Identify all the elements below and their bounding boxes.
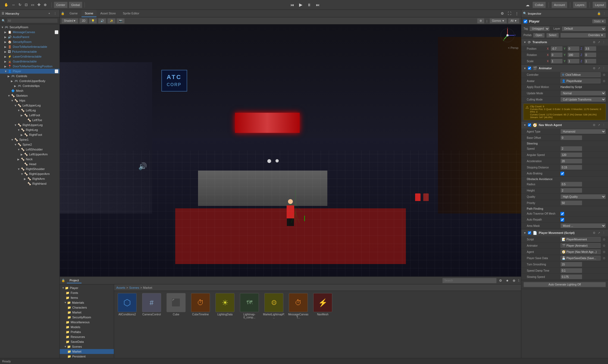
hierarchy-item-lasergrid[interactable]: ▶ ⚡ LaserGridInteractable	[0, 54, 59, 59]
playermovement-enabled-checkbox[interactable]	[528, 231, 531, 234]
hierarchy-item-guard[interactable]: ▶ 💂 GuardInteractable	[0, 59, 59, 64]
position-x-input[interactable]	[551, 46, 563, 51]
gizmos-btn[interactable]: Gizmos ▼	[490, 18, 507, 24]
agent-target-btn[interactable]: ⊙	[602, 250, 606, 254]
pause-btn[interactable]: ⏸	[306, 2, 312, 8]
asset-item-messagecanvas[interactable]: ⏱ MessageCanvasT...	[287, 293, 309, 356]
hierarchy-item-righthand[interactable]: 🦴 RightHand	[0, 181, 59, 186]
animator-ref[interactable]: 🎬 Player (Animator)	[560, 243, 601, 248]
comp-settings-btn[interactable]: ⚙	[592, 123, 596, 127]
folder-item-characters[interactable]: 📁 Characters	[60, 305, 114, 310]
area-mask-dropdown[interactable]: Mixed ...	[560, 223, 606, 228]
controller-ref[interactable]: ⚙ ClickToMove	[560, 72, 601, 77]
scene-canvas[interactable]: ATCCORP 🔊	[60, 24, 521, 277]
hierarchy-item-picture[interactable]: ▶ 🖼 PictureInteractable	[0, 49, 59, 54]
hierarchy-item-rightfoot[interactable]: ▶ 🦴 RightFoot	[0, 132, 59, 137]
hierarchy-item-rightshoulder[interactable]: ▼ 🦴 RightShoulder	[0, 167, 59, 171]
all-layers-btn[interactable]: All ▼	[508, 18, 519, 24]
comp-menu-btn[interactable]: ⋮	[602, 67, 606, 70]
folder-item-persistent[interactable]: 📁 Persistent	[60, 354, 114, 358]
collab-btn[interactable]: Collab	[532, 2, 546, 8]
folder-item-resources[interactable]: 📁 Resources	[60, 334, 114, 339]
tab-sprite-editor[interactable]: Sprite Editor	[120, 10, 143, 17]
asset-item-lightmap[interactable]: 🗺 Lightmap-0_comp...	[239, 293, 260, 356]
rotate-tool-btn[interactable]: ↻	[17, 2, 23, 8]
animator-enabled-checkbox[interactable]	[528, 67, 531, 70]
update-mode-dropdown[interactable]: Normal	[560, 91, 606, 96]
hierarchy-item-securityroom[interactable]: ▶ 🏠 SecurityRoom	[0, 39, 59, 44]
folder-item-market-scene[interactable]: 📁 Market	[60, 349, 114, 354]
tab-asset-store[interactable]: Asset Store	[97, 10, 119, 17]
folder-item-materials[interactable]: ▼ 📁 Materials	[60, 300, 114, 305]
folder-item-models[interactable]: 📁 Models	[60, 325, 114, 330]
rotation-x-input[interactable]	[551, 52, 563, 57]
hierarchy-item-controlships[interactable]: ▶ 🎮 ControlsHips	[0, 83, 59, 88]
hand-tool-btn[interactable]: ✋	[3, 2, 10, 8]
agent-type-dropdown[interactable]: Humanoid	[560, 129, 606, 134]
asset-item-cubetimeline[interactable]: ⏱ CubeTimeline	[190, 293, 211, 356]
space-btn[interactable]: Global	[69, 2, 82, 8]
breadcrumb-scenes[interactable]: Scenes	[129, 286, 139, 289]
rect-tool-btn[interactable]: ▭	[30, 2, 36, 8]
scene-maximize-btn[interactable]: ⛶	[506, 10, 513, 17]
hierarchy-item-securityroom-root[interactable]: ▼ 🎮 SecurityRoom	[0, 25, 59, 30]
folder-item-items[interactable]: 📁 Items	[60, 295, 114, 300]
folder-item-savedata[interactable]: 📁 SaveData	[60, 339, 114, 344]
hierarchy-search-input[interactable]	[7, 18, 58, 23]
breadcrumb-market[interactable]: Market	[143, 286, 152, 289]
item-menu-btn[interactable]: ⋮	[55, 30, 58, 34]
tab-project[interactable]: Project	[67, 278, 82, 283]
comp-ref-btn[interactable]: ↗	[597, 40, 601, 44]
animator-header[interactable]: ▼ 🎬 Animator ⚙ ↗ ⋮	[521, 65, 608, 72]
inspector-lock-btn[interactable]: 🔒	[597, 12, 601, 15]
asset-item-lightingdata[interactable]: ☀ LightingData	[214, 293, 236, 356]
comp-menu-btn[interactable]: ⋮	[602, 231, 606, 235]
folder-item-market[interactable]: 📁 Market	[60, 310, 114, 315]
angular-speed-input[interactable]	[560, 152, 582, 157]
hierarchy-item-leftupperleg[interactable]: ▼ 🦴 LeftUpperLeg	[0, 103, 59, 108]
tab-game[interactable]: Game	[66, 10, 81, 17]
animator-target-btn[interactable]: ⊙	[602, 244, 606, 247]
hierarchy-item-spine1[interactable]: ▼ 🦴 Spine1	[0, 137, 59, 142]
lighting-btn[interactable]: 💡	[89, 18, 97, 24]
move-tool-btn[interactable]: ↔	[10, 2, 17, 8]
position-y-input[interactable]	[568, 46, 579, 51]
priority-input[interactable]	[560, 200, 582, 205]
folder-item-scenes[interactable]: ▼ 📁 Scenes	[60, 344, 114, 349]
project-settings-btn[interactable]: ⚙	[498, 277, 503, 284]
comp-ref-btn[interactable]: ↗	[597, 123, 601, 127]
hierarchy-item-hips[interactable]: ▼ 🦴 Hips	[0, 98, 59, 103]
comp-ref-btn[interactable]: ↗	[597, 67, 601, 70]
hierarchy-item-controls[interactable]: ▶ 🎮 Controls	[0, 74, 59, 79]
shading-dropdown[interactable]: Shaded ▼	[61, 18, 78, 24]
folder-item-securityroom-mat[interactable]: 📁 SecurityRoom	[60, 315, 114, 320]
rotation-z-input[interactable]	[584, 52, 596, 57]
asset-item-cube[interactable]: ⬛ Cube	[165, 293, 187, 356]
prefab-overrides-btn[interactable]: Overrides ▼	[560, 33, 606, 38]
hierarchy-item-head[interactable]: 🦴 Head	[0, 162, 59, 167]
folder-item-prefabs[interactable]: 📁 Prefabs	[60, 330, 114, 334]
scale-z-input[interactable]	[584, 59, 596, 64]
tag-dropdown[interactable]: Untagged	[529, 26, 550, 31]
auto-generate-btn[interactable]: Auto Generate Lighting Off	[524, 282, 606, 287]
2d-btn[interactable]: 2D	[79, 18, 88, 24]
speed-input[interactable]	[560, 146, 582, 151]
item-menu-btn[interactable]: ⋮	[55, 69, 58, 73]
hierarchy-add-btn[interactable]: +	[47, 10, 51, 17]
acceleration-input[interactable]	[560, 159, 582, 164]
nav-mesh-agent-header[interactable]: ▼ 🧭 Nav Mesh Agent ⚙ ↗ ⋮	[521, 121, 608, 128]
player-movement-header[interactable]: ▼ 📄 Player Movement (Script) ⚙ ↗ ⋮	[521, 229, 608, 236]
hierarchy-item-messagecanvas[interactable]: ▶ 📋 MessageCanvas ⋮	[0, 30, 59, 34]
extra-tool-btn[interactable]: ⊕	[42, 2, 48, 8]
asset-item-marketlightmap[interactable]: ⚙ MarketLightmapP...	[263, 293, 285, 356]
layers-btn[interactable]: Layers	[573, 2, 587, 8]
step-btn[interactable]: ⏭	[315, 2, 321, 8]
height-input[interactable]	[560, 188, 582, 193]
hierarchy-item-neck[interactable]: ▶ 🦴 Neck	[0, 157, 59, 162]
audio-btn[interactable]: 🔊	[98, 18, 106, 24]
transform-tool-btn[interactable]: ✤	[36, 2, 42, 8]
rotation-y-input[interactable]	[568, 52, 579, 57]
auto-traverse-checkbox[interactable]	[560, 212, 564, 216]
script-ref[interactable]: 📝 PlayerMovement	[560, 237, 601, 242]
hierarchy-item-controlsupperbody[interactable]: ▶ 🎮 ControlsUpperBody	[0, 79, 59, 83]
